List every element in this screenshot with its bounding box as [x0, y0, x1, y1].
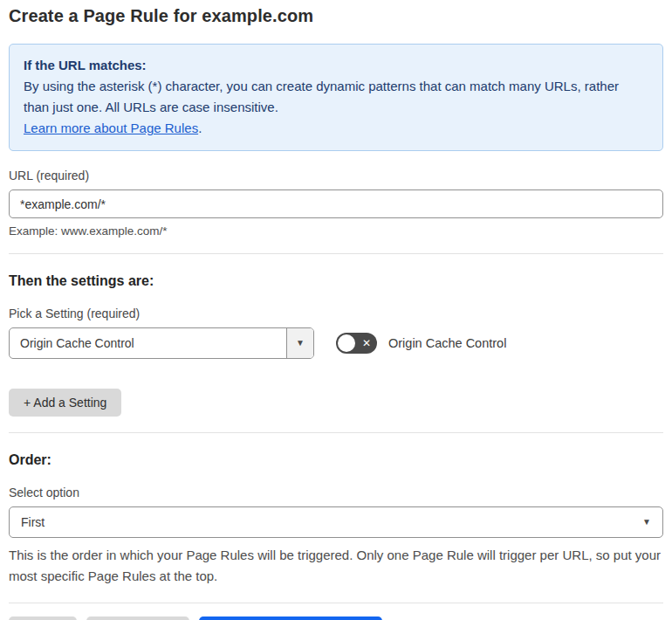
- settings-section-heading: Then the settings are:: [9, 273, 663, 289]
- setting-select-caret-button[interactable]: ▼: [286, 328, 313, 358]
- footer-actions: Cancel Save as Draft Save and Deploy Pag…: [9, 617, 663, 620]
- page-title: Create a Page Rule for example.com: [9, 6, 663, 26]
- order-select-value: First: [21, 515, 45, 529]
- toggle-knob: [338, 334, 355, 352]
- setting-select-value: Origin Cache Control: [10, 328, 286, 358]
- pick-setting-label: Pick a Setting (required): [9, 307, 663, 320]
- divider: [9, 253, 663, 254]
- info-box-link-line: Learn more about Page Rules.: [24, 118, 648, 139]
- chevron-down-icon: ▼: [296, 339, 305, 348]
- setting-row: Origin Cache Control ▼ ✕ Origin Cache Co…: [9, 327, 663, 359]
- info-box-body: By using the asterisk (*) character, you…: [24, 76, 634, 118]
- url-input[interactable]: [9, 189, 663, 218]
- cancel-button[interactable]: Cancel: [9, 617, 77, 620]
- toggle-off-x-icon: ✕: [362, 338, 371, 348]
- order-helper-text: This is the order in which your Page Rul…: [9, 545, 663, 587]
- learn-more-link[interactable]: Learn more about Page Rules: [24, 121, 198, 135]
- chevron-down-icon: ▼: [642, 518, 651, 527]
- order-select[interactable]: First ▼: [9, 506, 663, 538]
- origin-cache-control-toggle[interactable]: ✕: [336, 333, 377, 354]
- toggle-label: Origin Cache Control: [388, 336, 506, 350]
- url-label: URL (required): [9, 169, 663, 183]
- link-suffix: .: [198, 121, 202, 135]
- info-box-heading: If the URL matches:: [24, 55, 648, 76]
- create-page-rule-form: Create a Page Rule for example.com If th…: [0, 0, 672, 620]
- select-option-label: Select option: [9, 486, 663, 499]
- divider: [9, 603, 663, 603]
- setting-select[interactable]: Origin Cache Control ▼: [9, 327, 314, 359]
- origin-cache-control-toggle-group: ✕ Origin Cache Control: [336, 333, 506, 354]
- divider: [9, 432, 663, 433]
- order-section-heading: Order:: [9, 452, 663, 468]
- url-match-info-box: If the URL matches: By using the asteris…: [9, 44, 663, 151]
- add-setting-button[interactable]: + Add a Setting: [9, 389, 121, 417]
- url-helper-text: Example: www.example.com/*: [9, 224, 663, 238]
- save-and-deploy-button[interactable]: Save and Deploy Page Rule: [199, 617, 382, 620]
- save-as-draft-button[interactable]: Save as Draft: [86, 617, 190, 620]
